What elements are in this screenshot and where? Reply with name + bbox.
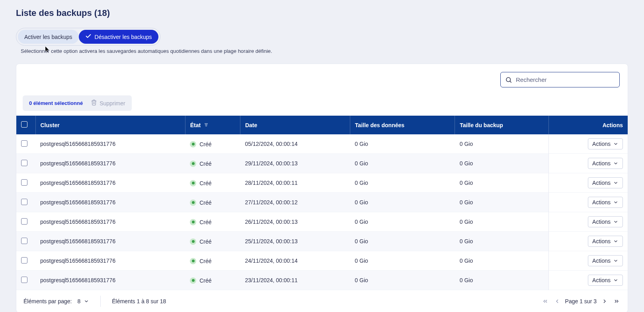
cell-date: 29/11/2024, 00:00:13 bbox=[240, 154, 350, 173]
actions-btn-label: Actions bbox=[592, 180, 611, 186]
svg-line-1 bbox=[510, 81, 511, 82]
cell-actions: Actions bbox=[549, 193, 628, 212]
next-page-button[interactable] bbox=[601, 297, 609, 305]
range-label: Éléments 1 à 8 sur 18 bbox=[112, 298, 166, 304]
row-actions-button[interactable]: Actions bbox=[588, 158, 623, 169]
cell-cluster: postgresql5165668185931776 bbox=[35, 271, 185, 290]
row-checkbox[interactable] bbox=[21, 160, 27, 166]
row-actions-button[interactable]: Actions bbox=[588, 216, 623, 227]
table-row: postgresql5165668185931776 Créé 23/11/20… bbox=[16, 271, 628, 290]
state-label: Créé bbox=[199, 200, 211, 206]
first-page-button[interactable] bbox=[541, 297, 549, 305]
cell-actions: Actions bbox=[549, 212, 628, 232]
cell-data-size: 0 Gio bbox=[350, 251, 455, 271]
cell-actions: Actions bbox=[549, 251, 628, 271]
header-actions: Actions bbox=[549, 116, 628, 134]
state-label: Créé bbox=[199, 161, 211, 167]
chevron-down-icon bbox=[613, 238, 619, 244]
row-checkbox[interactable] bbox=[21, 238, 27, 244]
table-row: postgresql5165668185931776 Créé 24/11/20… bbox=[16, 251, 628, 271]
last-page-button[interactable] bbox=[613, 297, 621, 305]
row-actions-button[interactable]: Actions bbox=[588, 236, 623, 247]
state-label: Créé bbox=[199, 180, 211, 186]
per-page-value: 8 bbox=[77, 298, 80, 304]
row-checkbox[interactable] bbox=[21, 199, 27, 205]
status-dot-icon bbox=[190, 141, 196, 147]
row-checkbox[interactable] bbox=[21, 257, 27, 264]
header-date[interactable]: Date bbox=[240, 116, 350, 134]
pagination: Page 1 sur 3 bbox=[541, 297, 621, 305]
chevron-down-icon bbox=[613, 258, 619, 264]
cell-actions: Actions bbox=[549, 173, 628, 193]
per-page-select[interactable]: 8 bbox=[77, 298, 89, 304]
state-label: Créé bbox=[199, 219, 211, 225]
table-row: postgresql5165668185931776 Créé 05/12/20… bbox=[16, 134, 628, 154]
row-actions-button[interactable]: Actions bbox=[588, 255, 623, 266]
table-row: postgresql5165668185931776 Créé 28/11/20… bbox=[16, 173, 628, 193]
sort-icon bbox=[204, 122, 209, 128]
row-actions-button[interactable]: Actions bbox=[588, 138, 623, 149]
status-dot-icon bbox=[190, 219, 196, 225]
row-actions-button[interactable]: Actions bbox=[588, 177, 623, 188]
cell-data-size: 0 Gio bbox=[350, 232, 455, 251]
row-checkbox[interactable] bbox=[21, 179, 27, 186]
chevron-down-icon bbox=[613, 277, 619, 283]
cell-backup-size: 0 Gio bbox=[455, 154, 549, 173]
activate-backups-button[interactable]: Activer les backups bbox=[18, 30, 79, 44]
cell-actions: Actions bbox=[549, 134, 628, 154]
chevron-down-icon bbox=[613, 141, 619, 147]
header-cluster[interactable]: Cluster bbox=[35, 116, 185, 134]
cell-cluster: postgresql5165668185931776 bbox=[35, 173, 185, 193]
svg-point-0 bbox=[506, 78, 511, 82]
chevron-right-icon bbox=[601, 298, 608, 304]
row-checkbox[interactable] bbox=[21, 218, 27, 225]
state-label: Créé bbox=[199, 277, 211, 284]
row-checkbox[interactable] bbox=[21, 140, 27, 147]
row-checkbox[interactable] bbox=[21, 277, 27, 283]
per-page: Éléments par page: 8 bbox=[23, 298, 89, 304]
table-header-row: Cluster État Date Taille des données Tai… bbox=[16, 116, 628, 134]
cell-backup-size: 0 Gio bbox=[455, 193, 549, 212]
cell-data-size: 0 Gio bbox=[350, 134, 455, 154]
header-backup-size[interactable]: Taille du backup bbox=[455, 116, 549, 134]
cell-backup-size: 0 Gio bbox=[455, 271, 549, 290]
page-label: Page 1 sur 3 bbox=[565, 298, 597, 304]
cell-date: 27/11/2024, 00:00:12 bbox=[240, 193, 350, 212]
state-label: Créé bbox=[199, 238, 211, 245]
table-row: postgresql5165668185931776 Créé 29/11/20… bbox=[16, 154, 628, 173]
panel-toolbar bbox=[16, 64, 628, 95]
deactivate-backups-button[interactable]: Désactiver les backups bbox=[79, 30, 158, 44]
table-row: postgresql5165668185931776 Créé 27/11/20… bbox=[16, 193, 628, 212]
select-all-checkbox[interactable] bbox=[21, 121, 27, 128]
cell-state: Créé bbox=[185, 154, 240, 173]
cell-actions: Actions bbox=[549, 232, 628, 251]
header-state[interactable]: État bbox=[185, 116, 240, 134]
search-icon bbox=[505, 76, 512, 83]
backups-panel: 0 élément sélectionné Supprimer Cluster … bbox=[16, 64, 628, 312]
table-row: postgresql5165668185931776 Créé 26/11/20… bbox=[16, 212, 628, 232]
header-checkbox-cell bbox=[16, 116, 35, 134]
state-label: Créé bbox=[199, 141, 211, 147]
row-actions-button[interactable]: Actions bbox=[588, 197, 623, 208]
cell-date: 23/11/2024, 00:00:11 bbox=[240, 271, 350, 290]
header-data-size[interactable]: Taille des données bbox=[350, 116, 455, 134]
cell-state: Créé bbox=[185, 251, 240, 271]
cell-actions: Actions bbox=[549, 271, 628, 290]
search-input[interactable] bbox=[500, 72, 620, 87]
cell-cluster: postgresql5165668185931776 bbox=[35, 251, 185, 271]
cell-data-size: 0 Gio bbox=[350, 193, 455, 212]
cell-data-size: 0 Gio bbox=[350, 212, 455, 232]
header-state-label: État bbox=[190, 122, 201, 128]
cell-backup-size: 0 Gio bbox=[455, 173, 549, 193]
row-actions-button[interactable]: Actions bbox=[588, 275, 623, 286]
cell-backup-size: 0 Gio bbox=[455, 232, 549, 251]
delete-button[interactable]: Supprimer bbox=[91, 99, 125, 107]
prev-page-button[interactable] bbox=[553, 297, 561, 305]
cell-data-size: 0 Gio bbox=[350, 154, 455, 173]
cell-state: Créé bbox=[185, 271, 240, 290]
status-dot-icon bbox=[190, 200, 196, 206]
cell-state: Créé bbox=[185, 173, 240, 193]
chevrons-right-icon bbox=[613, 298, 620, 304]
cell-date: 26/11/2024, 00:00:13 bbox=[240, 212, 350, 232]
state-label: Créé bbox=[199, 258, 211, 264]
